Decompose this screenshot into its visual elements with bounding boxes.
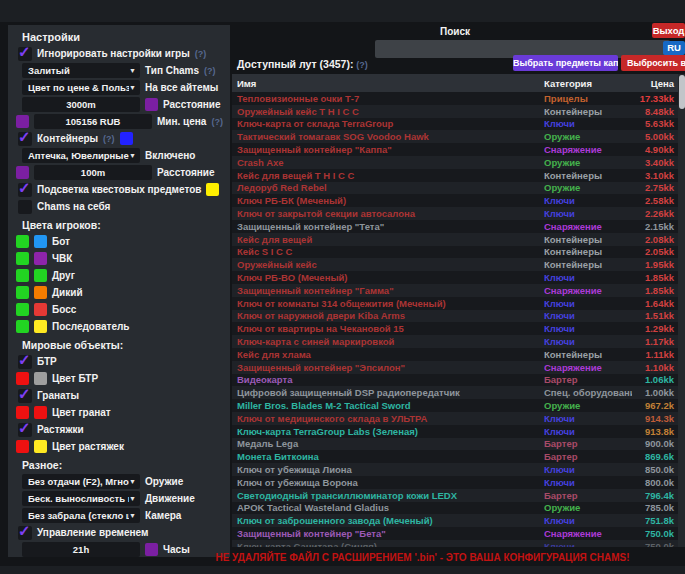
- quest-highlight-checkbox[interactable]: ✓: [18, 183, 32, 197]
- loot-table-row[interactable]: Ключ от убежища Ворона Ключи 800.0k: [232, 476, 678, 489]
- min-price-color-swatch[interactable]: [16, 115, 29, 128]
- loot-table-row[interactable]: Медаль Lega Бартер 900.0k: [232, 438, 678, 451]
- loot-table-row[interactable]: Ключ от убежища Лиона Ключи 850.0k: [232, 463, 678, 476]
- loot-table-row[interactable]: Цифровой защищенный DSP радиопередатчик …: [232, 386, 678, 399]
- exit-button[interactable]: Выход: [652, 23, 685, 38]
- tripwires-checkbox[interactable]: ✓: [18, 423, 32, 437]
- loot-table-row[interactable]: Ключ-карта Санитара (Синяя) Ключи 750.0k: [232, 540, 678, 547]
- color-swatch[interactable]: [34, 303, 47, 316]
- loot-table-row[interactable]: Ключ от заброшенного завода (Меченый) Кл…: [232, 514, 678, 527]
- color-mode-dropdown[interactable]: Цвет по цене & Пользователь ▼: [22, 80, 140, 95]
- loot-table-row[interactable]: Ключ от комнаты 314 общежития (Меченый) …: [232, 297, 678, 310]
- color-swatch[interactable]: [34, 440, 47, 453]
- color-swatch[interactable]: [34, 252, 47, 265]
- column-header-price[interactable]: Цена: [632, 78, 678, 89]
- color-swatch[interactable]: [34, 269, 47, 282]
- chams-type-dropdown[interactable]: Залитый ▼: [22, 63, 140, 78]
- help-icon[interactable]: (?): [204, 66, 216, 76]
- container-distance-input[interactable]: 100m: [34, 165, 152, 180]
- color-swatch[interactable]: [16, 269, 29, 282]
- loot-table-row[interactable]: Защищенный контейнер "Бета" Снаряжение 7…: [232, 527, 678, 540]
- loot-table-row[interactable]: Светодиодный трансиллюминатор кожи LEDX …: [232, 489, 678, 502]
- hours-color-swatch[interactable]: [145, 543, 158, 556]
- btr-row: ✓ БТР: [18, 353, 224, 370]
- color-swatch[interactable]: [16, 406, 29, 419]
- column-header-name[interactable]: Имя: [232, 78, 544, 89]
- loot-table-row[interactable]: Ключ РБ-ВО (Меченый) Ключи 1.85kk: [232, 271, 678, 284]
- color-swatch[interactable]: [34, 320, 47, 333]
- loot-item-price: 1.00kk: [632, 387, 678, 398]
- loot-table-row[interactable]: Crash Axe Оружие 3.40kk: [232, 156, 678, 169]
- check-icon: ✓: [18, 43, 31, 61]
- loot-table-row[interactable]: Кейс для хлама Контейнеры 1.11kk: [232, 348, 678, 361]
- ignore-game-settings-checkbox[interactable]: ✓: [18, 47, 32, 61]
- loot-table-row[interactable]: Ключ РБ-БК (Меченый) Ключи 2.58kk: [232, 194, 678, 207]
- movement-dropdown[interactable]: Беск. выносливость и нет уста ▼: [22, 491, 140, 506]
- loot-table-row[interactable]: Ключ-карта TerraGroup Labs (Зеленая) Клю…: [232, 425, 678, 438]
- loot-table-row[interactable]: Miller Bros. Blades M-2 Tactical Sword О…: [232, 399, 678, 412]
- distance-color-swatch[interactable]: [145, 98, 158, 111]
- color-swatch[interactable]: [34, 286, 47, 299]
- help-icon[interactable]: (?): [356, 60, 368, 70]
- self-chams-checkbox[interactable]: ✓: [18, 200, 32, 214]
- loot-table-row[interactable]: Оружейный кейс Контейнеры 1.95kk: [232, 258, 678, 271]
- loot-table-row[interactable]: Монета Биткоина Бартер 869.6k: [232, 450, 678, 463]
- loot-table-row[interactable]: Ключ-карта от склада TerraGroup Ключи 5.…: [232, 118, 678, 131]
- loot-table-row[interactable]: Защищенный контейнер "Эпсилон" Снаряжени…: [232, 361, 678, 374]
- container-distance-color-swatch[interactable]: [16, 166, 29, 179]
- item-filter-dropdown[interactable]: Аптечка, Ювелирные и... ▼: [22, 148, 140, 163]
- weapon-dropdown[interactable]: Без отдачи (F2), Мгновенное п ▼: [22, 474, 140, 489]
- color-swatch[interactable]: [16, 235, 29, 248]
- loot-table-row[interactable]: Видеокарта Бартер 1.06kk: [232, 374, 678, 387]
- scrollbar-thumb[interactable]: [679, 75, 685, 109]
- dump-all-button[interactable]: Выбросить все: [621, 55, 685, 71]
- loot-table-row[interactable]: Тактический томагавк SOG Voodoo Hawk Ору…: [232, 130, 678, 143]
- loot-item-name: Ключ-карта Санитара (Синяя): [232, 541, 544, 547]
- camera-dropdown[interactable]: Без забрала (стекло шлема) ▼: [22, 508, 140, 523]
- distance-input[interactable]: 3000m: [22, 97, 140, 112]
- color-swatch[interactable]: [34, 406, 47, 419]
- ignore-game-settings-row: ✓ Игнорировать настройки игры (?): [18, 45, 224, 62]
- loot-table-row[interactable]: Тепловизионные очки Т-7 Прицелы 17.33kk: [232, 92, 678, 105]
- color-swatch[interactable]: [16, 252, 29, 265]
- color-swatch[interactable]: [16, 320, 29, 333]
- grenades-checkbox[interactable]: ✓: [18, 389, 32, 403]
- color-swatch[interactable]: [16, 440, 29, 453]
- color-swatch[interactable]: [16, 303, 29, 316]
- loot-table-row[interactable]: Защищенный контейнер "Тета" Снаряжение 2…: [232, 220, 678, 233]
- self-chams-row: ✓ Chams на себя: [18, 198, 224, 215]
- loot-table-row[interactable]: Ключ от наружной двери Kiba Arms Ключи 1…: [232, 310, 678, 323]
- loot-table-row[interactable]: Ледоруб Red Rebel Оружие 2.75kk: [232, 182, 678, 195]
- loot-table-row[interactable]: Кейс для вещей T H I C C Контейнеры 3.10…: [232, 169, 678, 182]
- select-kappa-items-button[interactable]: Выбрать предметы каппа: [513, 55, 618, 71]
- quest-highlight-color-swatch[interactable]: [206, 183, 219, 196]
- color-swatch[interactable]: [16, 286, 29, 299]
- hours-input[interactable]: 21h: [22, 542, 140, 557]
- loot-table-row[interactable]: Ключ-карта с синей маркировкой Ключи 1.1…: [232, 335, 678, 348]
- min-price-input[interactable]: 105156 RUB: [34, 114, 152, 129]
- containers-checkbox[interactable]: ✓: [18, 132, 32, 146]
- color-swatch[interactable]: [16, 372, 29, 385]
- loot-table-row[interactable]: Защищенный контейнер "Каппа" Снаряжение …: [232, 143, 678, 156]
- loot-table-row[interactable]: Оружейный кейс T H I C C Контейнеры 8.48…: [232, 105, 678, 118]
- btr-checkbox[interactable]: ✓: [18, 355, 32, 369]
- loot-table-row[interactable]: APOK Tactical Wasteland Gladius Оружие 7…: [232, 502, 678, 515]
- language-button[interactable]: RU: [663, 41, 685, 55]
- help-icon[interactable]: (?): [211, 117, 223, 127]
- chevron-down-icon: ▼: [129, 478, 136, 485]
- containers-color-swatch[interactable]: [120, 132, 133, 145]
- help-icon[interactable]: (?): [195, 49, 207, 59]
- loot-table-row[interactable]: Кейс S I C C Контейнеры 2.05kk: [232, 246, 678, 259]
- loot-table-row[interactable]: Защищенный контейнер "Гамма" Снаряжение …: [232, 284, 678, 297]
- column-header-category[interactable]: Категория: [544, 78, 632, 89]
- loot-table-row[interactable]: Ключ от закрытой секции автосалона Ключи…: [232, 207, 678, 220]
- time-control-checkbox[interactable]: ✓: [18, 526, 32, 540]
- loot-table-row[interactable]: Ключ от медицинского склада в УЛЬТРА Клю…: [232, 412, 678, 425]
- loot-table-row[interactable]: Кейс для вещей Контейнеры 2.08kk: [232, 233, 678, 246]
- color-swatch[interactable]: [34, 372, 47, 385]
- table-scrollbar[interactable]: [678, 74, 685, 547]
- loot-item-category: Ключи: [544, 310, 632, 321]
- loot-table-row[interactable]: Ключ от квартиры на Чекановой 15 Ключи 1…: [232, 322, 678, 335]
- color-swatch[interactable]: [34, 235, 47, 248]
- help-icon[interactable]: (?): [103, 134, 115, 144]
